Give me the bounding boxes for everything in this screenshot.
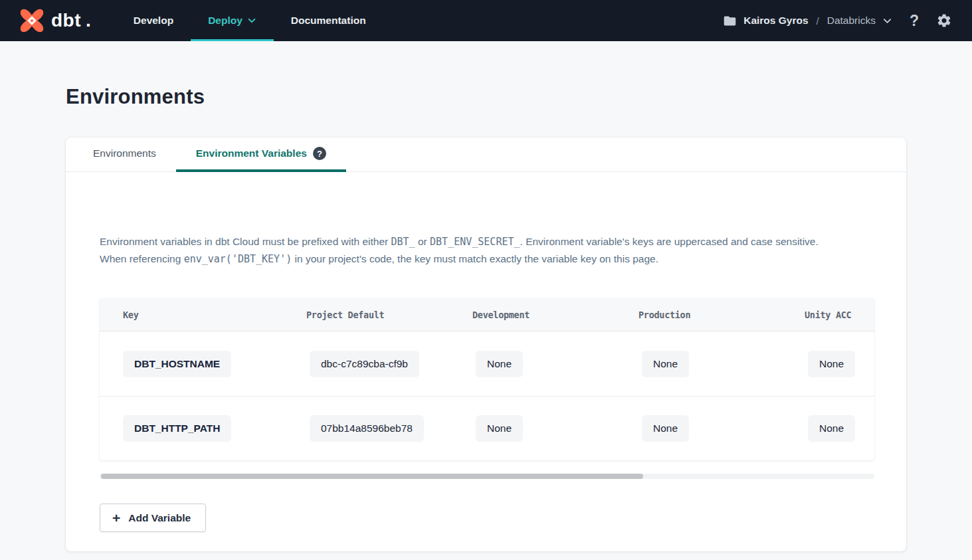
cell-development: None bbox=[456, 415, 622, 442]
tab-label: Environment Variables bbox=[196, 147, 307, 159]
description-text: When referencing bbox=[100, 253, 184, 264]
settings-button[interactable] bbox=[936, 13, 952, 29]
code-snippet: env_var('DBT_KEY') bbox=[184, 253, 292, 265]
env-var-key-pill[interactable]: DBT_HOSTNAME bbox=[123, 351, 231, 377]
nav-item-develop[interactable]: Develop bbox=[116, 0, 191, 41]
cell-project-default: dbc-c7c89cba-cf9b bbox=[290, 351, 456, 377]
column-header-development: Development bbox=[456, 310, 622, 320]
env-var-value-pill[interactable]: None bbox=[476, 415, 523, 442]
tab-panel-environment-variables: Environment variables in dbt Cloud must … bbox=[66, 233, 906, 532]
add-variable-label: Add Variable bbox=[128, 512, 191, 524]
description-text: Environment variables in dbt Cloud must … bbox=[100, 236, 391, 247]
folder-icon bbox=[723, 14, 737, 28]
question-mark-glyph: ? bbox=[317, 149, 322, 159]
question-mark-icon: ? bbox=[910, 12, 919, 30]
table-row: DBT_HTTP_PATH 07bb14a8596beb78 None None bbox=[100, 396, 874, 460]
gear-icon bbox=[936, 13, 952, 29]
tab-label: Environments bbox=[93, 147, 156, 159]
nav-item-label: Deploy bbox=[208, 15, 243, 27]
column-header-project-default: Project Default bbox=[290, 310, 456, 320]
cell-key: DBT_HTTP_PATH bbox=[100, 415, 290, 442]
code-snippet: DBT_ENV_SECRET_ bbox=[430, 236, 520, 248]
env-vars-table: Key Project Default Development Producti… bbox=[100, 298, 874, 460]
page-title: Environments bbox=[66, 85, 906, 109]
horizontal-scrollbar-track[interactable] bbox=[100, 474, 874, 479]
env-var-value-pill[interactable]: dbc-c7c89cba-cf9b bbox=[310, 351, 419, 377]
environments-card: Environments Environment Variables ? Env… bbox=[66, 138, 906, 551]
env-var-value-pill[interactable]: None bbox=[808, 351, 855, 377]
cell-development: None bbox=[456, 351, 622, 377]
horizontal-scrollbar-thumb[interactable] bbox=[101, 474, 643, 479]
nav-item-label: Develop bbox=[134, 15, 173, 27]
column-header-key: Key bbox=[100, 310, 290, 320]
description-text: . Environment variable's keys are upperc… bbox=[520, 236, 819, 247]
description-text: in your project's code, the key must mat… bbox=[292, 253, 658, 264]
nav-item-label: Documentation bbox=[291, 15, 366, 27]
env-var-value-pill[interactable]: None bbox=[476, 351, 523, 377]
plus-icon: + bbox=[112, 511, 120, 525]
chevron-down-icon bbox=[247, 16, 256, 25]
tab-environments[interactable]: Environments bbox=[73, 138, 176, 172]
project-name: Databricks bbox=[827, 15, 876, 27]
env-var-value-pill[interactable]: None bbox=[808, 415, 855, 442]
description-text: or bbox=[415, 236, 430, 247]
cell-project-default: 07bb14a8596beb78 bbox=[290, 415, 456, 442]
cell-production: None bbox=[622, 351, 788, 377]
env-var-value-pill[interactable]: None bbox=[642, 415, 689, 442]
dbt-logo-dot: . bbox=[86, 10, 91, 31]
add-variable-button[interactable]: + Add Variable bbox=[100, 504, 206, 532]
column-header-production: Production bbox=[622, 310, 788, 320]
top-navbar: dbt. Develop Deploy Documentation Kairos… bbox=[0, 0, 972, 41]
env-vars-description: Environment variables in dbt Cloud must … bbox=[100, 233, 872, 268]
nav-item-deploy[interactable]: Deploy bbox=[191, 0, 274, 41]
chevron-down-icon bbox=[882, 16, 892, 26]
table-row: DBT_HOSTNAME dbc-c7c89cba-cf9b None None bbox=[100, 331, 874, 396]
dbt-logo-icon bbox=[19, 7, 45, 34]
tab-bar: Environments Environment Variables ? bbox=[66, 138, 906, 172]
page-content: Environments Environments Environment Va… bbox=[0, 85, 972, 551]
nav-item-documentation[interactable]: Documentation bbox=[274, 0, 383, 41]
env-var-key-pill[interactable]: DBT_HTTP_PATH bbox=[123, 415, 231, 442]
env-var-value-pill[interactable]: None bbox=[642, 351, 689, 377]
env-var-value-pill[interactable]: 07bb14a8596beb78 bbox=[310, 415, 424, 442]
help-circle-icon[interactable]: ? bbox=[313, 147, 326, 160]
cell-production: None bbox=[622, 415, 788, 442]
cell-key: DBT_HOSTNAME bbox=[100, 351, 290, 377]
code-snippet: DBT_ bbox=[391, 236, 415, 248]
cell-unity-acc: None bbox=[788, 415, 874, 442]
project-switcher[interactable]: Kairos Gyros / Databricks bbox=[723, 14, 892, 28]
account-name: Kairos Gyros bbox=[743, 15, 808, 27]
table-header-row: Key Project Default Development Producti… bbox=[100, 298, 874, 331]
help-button[interactable]: ? bbox=[910, 12, 919, 30]
dbt-logo[interactable]: dbt. bbox=[19, 0, 91, 41]
cell-unity-acc: None bbox=[788, 351, 874, 377]
breadcrumb-separator: / bbox=[815, 15, 821, 27]
column-header-unity-acc: Unity ACC bbox=[788, 310, 874, 320]
tab-environment-variables[interactable]: Environment Variables ? bbox=[176, 138, 346, 172]
main-nav: Develop Deploy Documentation bbox=[116, 0, 383, 41]
dbt-logo-text: dbt bbox=[51, 10, 81, 31]
